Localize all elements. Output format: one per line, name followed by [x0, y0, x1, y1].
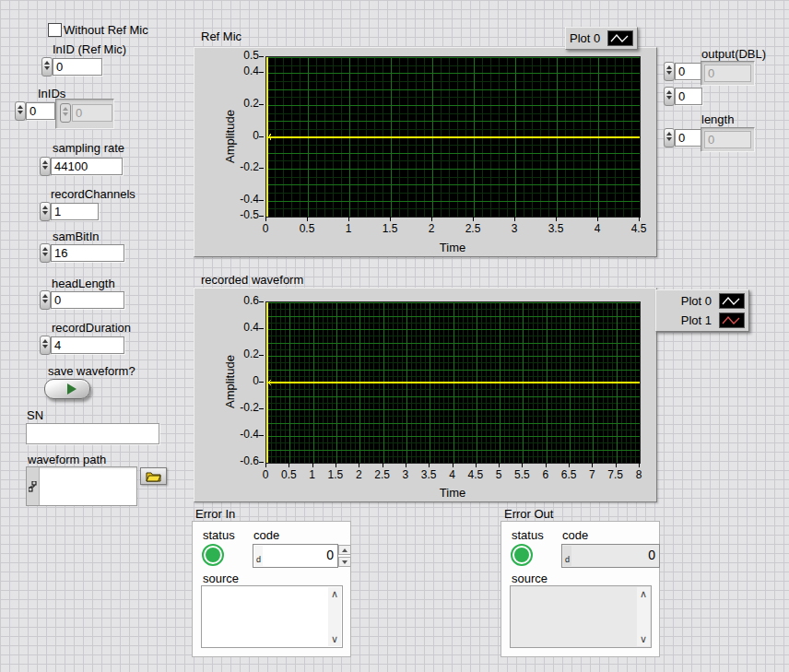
error-in-radix[interactable]: d — [254, 546, 263, 566]
error-out-code-value: 0 — [648, 548, 655, 562]
graph1-legend-item[interactable]: Plot 0 — [570, 29, 633, 48]
output-dbl-element-value: 0 — [704, 65, 751, 82]
y-tick-mark — [259, 382, 264, 383]
play-arrow-icon — [67, 383, 77, 395]
head-length-input[interactable]: 0 — [51, 291, 124, 309]
browse-button[interactable] — [140, 467, 167, 485]
without-ref-mic-checkbox[interactable] — [48, 23, 62, 37]
x-tick-mark — [569, 463, 570, 467]
scroll-up-icon[interactable]: ∧ — [331, 589, 338, 599]
x-tick-label: 6 — [542, 468, 548, 481]
graph1-legend: Plot 0 — [565, 27, 638, 50]
error-out-code-indicator: d 0 — [561, 544, 660, 568]
sampling-rate-spinner[interactable] — [40, 157, 51, 176]
error-in-status-led[interactable] — [202, 544, 224, 566]
y-tick-mark — [259, 301, 264, 302]
sam-bit-in-spinner[interactable] — [40, 243, 51, 263]
save-waveform-label: save waveform? — [48, 364, 135, 378]
length-element-value: 0 — [704, 131, 751, 148]
save-waveform-toggle[interactable] — [44, 379, 90, 399]
output-dbl-col-index-spinner[interactable] — [664, 87, 675, 106]
y-tick-mark — [259, 462, 264, 463]
y-tick-mark — [259, 104, 264, 105]
x-tick-label: 4.5 — [467, 468, 483, 481]
x-tick-label: 1.5 — [328, 468, 344, 481]
length-index[interactable]: 0 — [675, 129, 702, 147]
record-channels-label: recordChannels — [51, 187, 135, 201]
x-tick-mark — [522, 463, 523, 467]
x-tick-mark — [546, 463, 547, 467]
plot0-line-sample-icon[interactable] — [607, 30, 633, 46]
x-tick-label: 5.5 — [514, 468, 530, 481]
scroll-down-icon[interactable]: ∨ — [331, 634, 338, 644]
error-in-source-input[interactable]: ∧ ∨ — [201, 585, 343, 648]
recorded-waveform-plot-area — [265, 301, 641, 464]
record-duration-spinner[interactable] — [40, 336, 51, 355]
inids-element-spinner[interactable] — [60, 103, 71, 123]
plot1-line-sample-icon[interactable] — [719, 312, 745, 328]
x-tick-mark — [514, 217, 515, 221]
sn-input[interactable] — [26, 423, 159, 444]
x-tick-mark — [312, 463, 313, 467]
inids-element-value[interactable]: 0 — [72, 104, 112, 122]
folder-icon — [146, 471, 161, 482]
x-tick-mark — [348, 217, 349, 221]
x-tick-label: 1.5 — [383, 222, 398, 235]
graph2-legend-item-1[interactable]: Plot 1 — [660, 311, 745, 330]
output-dbl-label: output(DBL) — [701, 47, 766, 61]
graph1-legend-label: Plot 0 — [570, 31, 600, 45]
inids-index-input[interactable]: 0 — [26, 102, 55, 120]
error-in-source-scrollbar[interactable]: ∧ ∨ — [328, 587, 341, 646]
graph2-x-axis-name: Time — [440, 486, 465, 500]
x-tick-label: 7.5 — [607, 468, 623, 481]
path-type-strip — [27, 467, 40, 505]
inid-ref-mic-input[interactable]: 0 — [53, 58, 102, 76]
error-out-source-scrollbar[interactable]: ∧ ∨ — [637, 587, 650, 646]
x-tick-mark — [556, 217, 557, 221]
error-in-code-increment[interactable] — [338, 545, 351, 555]
y-tick-label: -0.4 — [226, 193, 259, 206]
x-tick-mark — [499, 463, 500, 467]
recorded-waveform-graph: Time Amplitude 0.60.40.20-0.2-0.4-0.600.… — [194, 288, 657, 502]
error-in-code-decrement[interactable] — [338, 557, 351, 567]
error-out-code-label: code — [562, 528, 588, 542]
x-tick-mark — [336, 463, 336, 467]
length-index-spinner[interactable] — [664, 128, 675, 147]
sam-bit-in-input[interactable]: 16 — [51, 244, 124, 262]
inids-index-spinner[interactable] — [15, 101, 26, 121]
scroll-up-icon[interactable]: ∧ — [640, 589, 647, 599]
waveform-path-input[interactable] — [26, 466, 137, 506]
inid-ref-mic-spinner[interactable] — [41, 57, 53, 77]
y-tick-label: 0.6 — [226, 294, 259, 307]
error-out-title: Error Out — [504, 507, 553, 521]
y-tick-label: 0 — [226, 374, 259, 387]
head-length-spinner[interactable] — [40, 290, 51, 310]
record-duration-input[interactable]: 4 — [51, 336, 124, 354]
x-tick-mark — [383, 463, 383, 467]
y-tick-label: -0.6 — [226, 454, 259, 467]
x-tick-mark — [473, 217, 474, 221]
scroll-down-icon[interactable]: ∨ — [640, 634, 647, 644]
output-dbl-row-index-spinner[interactable] — [664, 62, 675, 81]
y-tick-label: -0.2 — [226, 160, 259, 173]
plot0-line-sample-icon[interactable] — [719, 293, 745, 309]
y-tick-mark — [259, 72, 264, 73]
output-dbl-row-index[interactable]: 0 — [675, 63, 702, 80]
y-tick-mark — [259, 435, 264, 436]
record-channels-input[interactable]: 1 — [51, 203, 99, 220]
x-tick-mark — [639, 463, 640, 467]
without-ref-mic-label: Without Ref Mic — [64, 23, 148, 37]
error-out-status-led — [511, 544, 533, 566]
graph2-legend-item-0[interactable]: Plot 0 — [660, 291, 745, 311]
sampling-rate-input[interactable]: 44100 — [51, 158, 123, 175]
x-tick-label: 3 — [512, 222, 518, 235]
record-channels-spinner[interactable] — [40, 202, 51, 221]
inid-ref-mic-label: InID (Ref Mic) — [53, 42, 126, 56]
sam-bit-in-label: samBitIn — [53, 230, 100, 243]
error-in-code-input[interactable]: d 0 — [253, 544, 338, 568]
output-dbl-element-box: 0 — [701, 61, 755, 86]
error-in-code-value: 0 — [326, 548, 334, 562]
y-tick-label: 0 — [226, 129, 259, 142]
x-tick-label: 5 — [496, 468, 502, 481]
output-dbl-col-index[interactable]: 0 — [675, 88, 702, 105]
